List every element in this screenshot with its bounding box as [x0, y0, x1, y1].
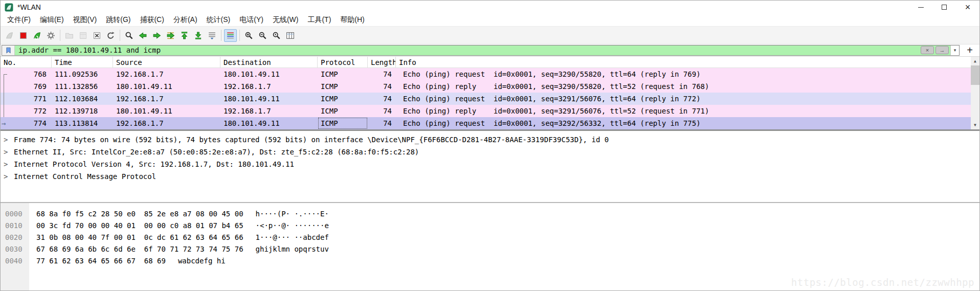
clear-filter-button[interactable]: × — [921, 46, 934, 54]
go-to-packet-button[interactable] — [164, 29, 177, 42]
detail-line[interactable]: >Ethernet II, Src: IntelCor_2e:e8:a7 (50… — [4, 146, 979, 158]
menu-item-wireless[interactable]: 无线(W) — [268, 14, 303, 26]
hex-bytes[interactable]: 68 8a f0 f5 c2 28 50 e0 85 2e e8 a7 08 0… — [29, 208, 243, 220]
expand-chevron-icon[interactable]: > — [4, 133, 14, 146]
expand-chevron-icon[interactable]: > — [4, 158, 14, 170]
find-packet-button[interactable] — [123, 29, 136, 42]
menu-item-file[interactable]: 文件(F) — [3, 14, 35, 26]
capture-options-button[interactable] — [44, 29, 57, 42]
packet-cell-destination: 180.101.49.11 — [220, 68, 318, 80]
toolbar-separator — [60, 30, 60, 41]
expand-chevron-icon[interactable]: > — [4, 146, 14, 158]
menu-item-view[interactable]: 视图(V) — [69, 14, 102, 26]
column-header-info[interactable]: Info — [396, 57, 971, 68]
hex-bytes[interactable]: 00 3c fd 70 00 00 40 01 00 00 c0 a8 01 0… — [29, 220, 243, 232]
hex-offset: 0010 — [1, 220, 29, 232]
wireshark-logo-icon — [5, 3, 13, 12]
packet-cell-length: 74 — [368, 68, 396, 80]
packet-cell-time: 111.132856 — [52, 80, 113, 93]
menu-item-edit[interactable]: 编辑(E) — [35, 14, 69, 26]
menu-item-tools[interactable]: 工具(T) — [303, 14, 336, 26]
detail-line-text: Ethernet II, Src: IntelCor_2e:e8:a7 (50:… — [14, 148, 419, 156]
hex-bytes[interactable]: 77 61 62 63 64 65 66 67 68 69 — [29, 255, 166, 267]
zoom-in-button[interactable] — [242, 29, 255, 42]
column-header-source[interactable]: Source — [113, 57, 220, 68]
menu-item-analyze[interactable]: 分析(A) — [169, 14, 202, 26]
maximize-icon — [942, 5, 947, 10]
add-filter-button[interactable]: + — [964, 45, 975, 55]
zoom-out-button[interactable] — [256, 29, 269, 42]
open-file-button[interactable] — [63, 29, 76, 42]
expand-chevron-icon[interactable]: > — [4, 170, 14, 183]
detail-line[interactable]: >Internet Protocol Version 4, Src: 192.1… — [4, 158, 979, 170]
gear-icon — [47, 31, 55, 40]
reload-file-button[interactable] — [104, 29, 117, 42]
restart-capture-button[interactable] — [31, 29, 43, 42]
packet-row[interactable]: 768111.092536192.168.1.7180.101.49.11ICM… — [1, 68, 971, 80]
packet-cell-time: 112.139718 — [52, 105, 113, 117]
menu-item-statistics[interactable]: 统计(S) — [202, 14, 235, 26]
column-header-time[interactable]: Time — [52, 57, 113, 68]
auto-scroll-icon — [208, 31, 216, 40]
detail-line-text: Frame 774: 74 bytes on wire (592 bits), … — [14, 136, 609, 144]
close-button[interactable]: × — [956, 1, 979, 14]
arrow-right-icon — [152, 31, 161, 40]
packet-cell-info: Echo (ping) request id=0x0001, seq=3291/… — [396, 93, 971, 105]
packet-list-scrollbar[interactable]: ▲ ▼ — [971, 57, 979, 129]
auto-scroll-button[interactable] — [206, 29, 218, 42]
titlebar: *WLAN × — [1, 1, 979, 14]
minimize-button[interactable] — [909, 1, 932, 14]
filter-bookmark-icon[interactable] — [2, 46, 15, 55]
maximize-button[interactable] — [932, 1, 956, 14]
column-header-destination[interactable]: Destination — [220, 57, 318, 68]
go-forward-button[interactable] — [150, 29, 163, 42]
menu-item-go[interactable]: 跳转(G) — [101, 14, 135, 26]
packet-cell-info: Echo (ping) request id=0x0001, seq=3292/… — [396, 117, 971, 129]
packet-row[interactable]: 771112.103684192.168.1.7180.101.49.11ICM… — [1, 93, 971, 105]
packet-bytes-pane: 000068 8a f0 f5 c2 28 50 e0 85 2e e8 a7 … — [1, 203, 979, 290]
packet-row[interactable]: 774→113.113814192.168.1.7180.101.49.11IC… — [1, 117, 971, 129]
stop-capture-button[interactable] — [17, 29, 30, 42]
menu-item-telephony[interactable]: 电话(Y) — [235, 14, 268, 26]
hex-bytes[interactable]: 67 68 69 6a 6b 6c 6d 6e 6f 70 71 72 73 7… — [29, 243, 243, 255]
apply-filter-button[interactable]: → — [936, 46, 949, 54]
display-filter-input[interactable] — [15, 46, 921, 55]
toolbar-separator — [239, 30, 240, 41]
related-packet-marker — [4, 105, 4, 117]
restart-fin-icon — [33, 31, 41, 40]
hex-ascii[interactable]: wabcdefg hi — [166, 255, 226, 267]
arrow-top-icon — [180, 31, 189, 40]
packet-cell-info: Echo (ping) request id=0x0001, seq=3290/… — [396, 68, 971, 80]
go-first-button[interactable] — [178, 29, 191, 42]
column-header-no[interactable]: No. — [1, 57, 52, 68]
close-file-button[interactable] — [91, 29, 103, 42]
hex-lines: 000068 8a f0 f5 c2 28 50 e0 85 2e e8 a7 … — [1, 208, 979, 267]
scroll-up-icon[interactable]: ▲ — [971, 57, 979, 65]
packet-row[interactable]: 769111.132856180.101.49.11192.168.1.7ICM… — [1, 80, 971, 93]
hex-ascii[interactable]: ·<·p··@· ·······e — [243, 220, 329, 232]
go-back-button[interactable] — [137, 29, 149, 42]
column-header-length[interactable]: Length — [368, 57, 396, 68]
folder-icon — [65, 31, 74, 40]
resize-columns-button[interactable] — [284, 29, 297, 42]
hex-ascii[interactable]: h····(P· ·.····E· — [243, 208, 329, 220]
hex-ascii[interactable]: 1···@··· ··abcdef — [243, 232, 329, 243]
detail-line[interactable]: >Frame 774: 74 bytes on wire (592 bits),… — [4, 133, 979, 146]
go-last-button[interactable] — [192, 29, 205, 42]
menu-item-capture[interactable]: 捕获(C) — [135, 14, 168, 26]
scroll-thumb[interactable] — [971, 65, 979, 85]
current-packet-arrow-icon: → — [2, 117, 6, 129]
detail-line[interactable]: >Internet Control Message Protocol — [4, 170, 979, 183]
start-capture-button[interactable] — [3, 29, 16, 42]
normal-size-button[interactable] — [270, 29, 283, 42]
filter-dropdown-caret-icon[interactable]: ▾ — [950, 46, 959, 55]
scroll-down-icon[interactable]: ▼ — [971, 121, 979, 129]
hex-bytes[interactable]: 31 0b 08 00 40 7f 00 01 0c dc 61 62 63 6… — [29, 232, 243, 243]
packet-row[interactable]: 772112.139718180.101.49.11192.168.1.7ICM… — [1, 105, 971, 117]
menu-item-help[interactable]: 帮助(H) — [336, 14, 369, 26]
save-file-button[interactable] — [77, 29, 90, 42]
colorize-packets-button[interactable] — [224, 29, 237, 42]
column-header-protocol[interactable]: Protocol — [318, 57, 368, 68]
hex-ascii[interactable]: ghijklmn opqrstuv — [243, 243, 329, 255]
reload-icon — [106, 31, 115, 40]
